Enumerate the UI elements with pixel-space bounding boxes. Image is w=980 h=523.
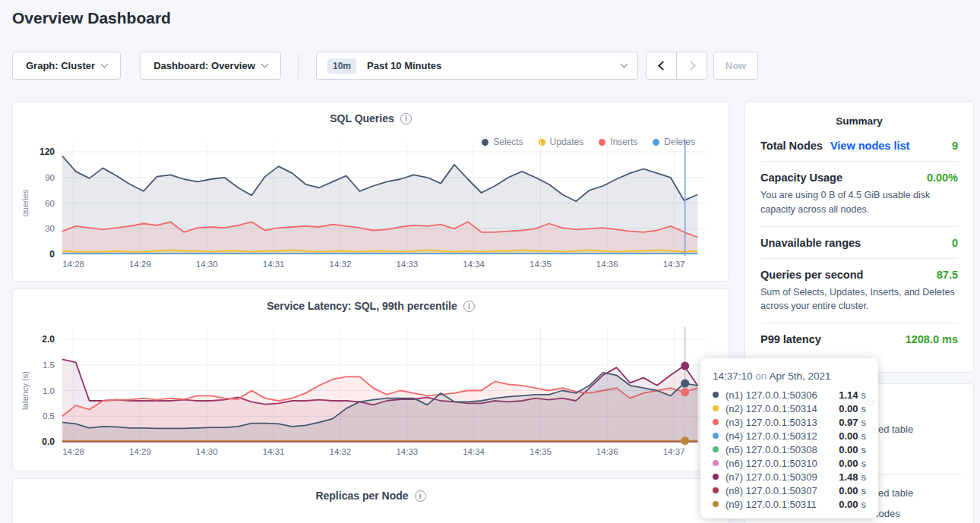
tooltip-node-row: (n7) 127.0.0.1:503091.48s bbox=[713, 470, 866, 484]
svg-text:2.0: 2.0 bbox=[42, 334, 55, 345]
svg-text:14:29: 14:29 bbox=[129, 447, 151, 456]
summary-metric-label: Total Nodes bbox=[760, 140, 823, 152]
node-latency-value: 0.00 bbox=[839, 403, 858, 414]
summary-metric-value: 87.5 bbox=[937, 269, 958, 281]
info-icon[interactable]: i bbox=[400, 113, 412, 124]
node-latency-value: 0.00 bbox=[839, 430, 858, 442]
svg-text:120: 120 bbox=[40, 147, 55, 157]
replicas-per-node-title: Replicas per Node i bbox=[13, 490, 729, 502]
node-address: (n8) 127.0.0.1:50307 bbox=[726, 485, 839, 496]
time-step-buttons bbox=[646, 52, 707, 80]
svg-text:0.0: 0.0 bbox=[42, 436, 55, 447]
time-range-badge: 10m bbox=[327, 58, 356, 74]
summary-metric-label: Queries per second bbox=[760, 269, 863, 281]
node-address: (n1) 127.0.0.1:50306 bbox=[726, 389, 839, 401]
chart-tooltip: 14:37:10 on Apr 5th, 2021 (n1) 127.0.0.1… bbox=[700, 358, 878, 518]
svg-text:0.5: 0.5 bbox=[43, 411, 55, 421]
node-latency-value: 0.00 bbox=[839, 485, 858, 496]
summary-metric-description: Sum of Selects, Updates, Inserts, and De… bbox=[760, 285, 958, 314]
node-series-dot-icon bbox=[713, 487, 719, 493]
svg-text:14:32: 14:32 bbox=[330, 260, 352, 269]
svg-text:14:28: 14:28 bbox=[62, 260, 84, 269]
next-timeframe-button[interactable] bbox=[676, 52, 707, 79]
node-series-dot-icon bbox=[713, 501, 719, 507]
svg-text:14:33: 14:33 bbox=[396, 260, 418, 269]
info-icon[interactable]: i bbox=[415, 490, 426, 502]
toolbar-divider bbox=[298, 53, 299, 78]
node-latency-value: 1.14 bbox=[839, 389, 858, 401]
node-series-dot-icon bbox=[713, 405, 719, 411]
node-series-dot-icon bbox=[713, 419, 719, 425]
tooltip-node-row: (n6) 127.0.0.1:503100.00s bbox=[713, 456, 866, 470]
node-latency-value: 0.97 bbox=[839, 417, 858, 428]
summary-row-header: Queries per second87.5 bbox=[760, 269, 958, 281]
chevron-down-icon bbox=[621, 61, 628, 68]
svg-text:14:32: 14:32 bbox=[330, 447, 352, 456]
node-address: (n4) 127.0.0.1:50312 bbox=[726, 430, 839, 442]
summary-metric-label: Capacity Usage bbox=[760, 172, 842, 184]
tooltip-node-row: (n4) 127.0.0.1:503120.00s bbox=[713, 429, 866, 443]
node-latency-unit: s bbox=[861, 444, 867, 455]
summary-metric-value: 9 bbox=[952, 140, 958, 152]
node-series-dot-icon bbox=[713, 446, 719, 452]
graph-scope-label: Graph: Cluster bbox=[26, 60, 95, 71]
time-range-label: Past 10 Minutes bbox=[367, 60, 441, 71]
summary-row: Total NodesView nodes list9 bbox=[760, 130, 958, 162]
time-range-dropdown[interactable]: 10m Past 10 Minutes bbox=[316, 52, 638, 80]
svg-text:14:35: 14:35 bbox=[530, 260, 552, 269]
svg-text:1.5: 1.5 bbox=[43, 361, 55, 370]
view-nodes-list-link[interactable]: View nodes list bbox=[830, 140, 910, 152]
svg-text:14:35: 14:35 bbox=[530, 447, 552, 456]
node-latency-value: 0.00 bbox=[839, 458, 858, 469]
node-latency-unit: s bbox=[861, 389, 867, 401]
now-label: Now bbox=[726, 60, 746, 71]
summary-metric-value: 0.00% bbox=[927, 172, 958, 184]
summary-metric-value: 0 bbox=[952, 237, 958, 249]
summary-rows: Total NodesView nodes list9Capacity Usag… bbox=[745, 127, 973, 354]
tooltip-node-row: (n8) 127.0.0.1:503070.00s bbox=[713, 484, 866, 497]
service-latency-title: Service Latency: SQL, 99th percentile i bbox=[13, 300, 729, 312]
svg-text:14:28: 14:28 bbox=[62, 447, 84, 456]
summary-metric-label: P99 latency bbox=[760, 333, 821, 345]
svg-text:14:29: 14:29 bbox=[129, 260, 151, 269]
tooltip-node-row: (n5) 127.0.0.1:503080.00s bbox=[713, 443, 866, 456]
service-latency-chart[interactable]: 0.00.51.01.52.014:2814:2914:3014:3114:32… bbox=[13, 320, 730, 464]
svg-text:30: 30 bbox=[45, 224, 55, 233]
dashboard-dropdown[interactable]: Dashboard: Overview bbox=[140, 52, 281, 80]
svg-text:90: 90 bbox=[45, 173, 55, 182]
node-latency-value: 0.00 bbox=[839, 444, 858, 455]
chevron-left-icon bbox=[658, 61, 668, 71]
svg-text:14:30: 14:30 bbox=[196, 260, 218, 269]
node-address: (n5) 127.0.0.1:50308 bbox=[726, 444, 839, 455]
summary-row-header: P99 latency1208.0 ms bbox=[760, 333, 958, 345]
replicas-per-node-panel: Replicas per Node i bbox=[12, 478, 729, 523]
tooltip-node-row: (n2) 127.0.0.1:503140.00s bbox=[713, 402, 866, 415]
summary-panel: Summary Total NodesView nodes list9Capac… bbox=[744, 101, 974, 373]
svg-text:14:31: 14:31 bbox=[263, 447, 285, 456]
summary-row: P99 latency1208.0 ms bbox=[760, 323, 958, 354]
dashboard-label: Dashboard: Overview bbox=[153, 60, 255, 71]
tooltip-timestamp: 14:37:10 on Apr 5th, 2021 bbox=[713, 370, 866, 382]
service-latency-panel: Service Latency: SQL, 99th percentile i … bbox=[12, 288, 729, 471]
info-icon[interactable]: i bbox=[463, 301, 475, 312]
sql-queries-title: SQL Queries i bbox=[13, 112, 729, 124]
svg-text:queries: queries bbox=[21, 189, 30, 217]
svg-text:14:37: 14:37 bbox=[663, 447, 685, 456]
now-button[interactable]: Now bbox=[713, 52, 758, 80]
summary-metric-label: Unavailable ranges bbox=[760, 237, 861, 249]
sql-queries-panel: SQL Queries i SelectsUpdatesInsertsDelet… bbox=[12, 101, 729, 282]
node-latency-value: 0.00 bbox=[839, 499, 858, 510]
node-series-dot-icon bbox=[713, 392, 719, 398]
summary-row: Unavailable ranges0 bbox=[760, 227, 958, 259]
node-address: (n2) 127.0.0.1:50314 bbox=[726, 403, 839, 414]
previous-timeframe-button[interactable] bbox=[646, 52, 676, 79]
node-address: (n3) 127.0.0.1:50313 bbox=[726, 417, 839, 428]
page-title: Overview Dashboard bbox=[12, 9, 171, 27]
node-latency-unit: s bbox=[861, 458, 867, 469]
svg-text:14:36: 14:36 bbox=[596, 260, 618, 269]
svg-text:14:33: 14:33 bbox=[396, 447, 418, 456]
sql-queries-chart[interactable]: 030609012014:2814:2914:3014:3114:3214:33… bbox=[13, 132, 730, 276]
graph-scope-dropdown[interactable]: Graph: Cluster bbox=[12, 52, 121, 80]
tooltip-node-row: (n1) 127.0.0.1:503061.14s bbox=[713, 388, 866, 402]
tooltip-node-row: (n9) 127.0.0.1:503110.00s bbox=[713, 497, 866, 511]
